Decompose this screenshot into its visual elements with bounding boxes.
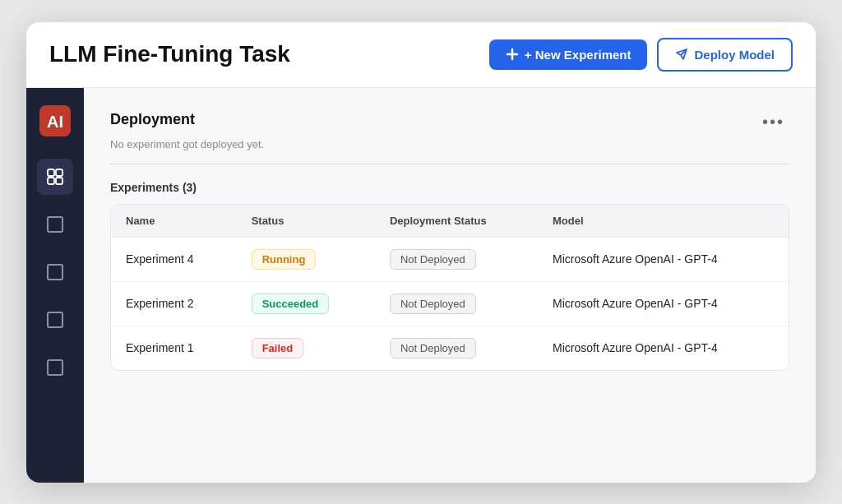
- deploy-model-button[interactable]: Deploy Model: [657, 38, 793, 72]
- app-window: LLM Fine-Tuning Task + New Experiment De…: [26, 22, 816, 483]
- cell-model: Microsoft Azure OpenAI - GPT-4: [538, 281, 789, 326]
- deploy-badge: Not Deployed: [390, 338, 476, 358]
- table-row[interactable]: Experiment 1 Failed Not Deployed Microso…: [111, 326, 789, 370]
- svg-rect-3: [56, 169, 62, 176]
- status-badge: Running: [252, 249, 317, 270]
- cell-model: Microsoft Azure OpenAI - GPT-4: [538, 237, 789, 281]
- cell-name: Experiment 4: [111, 237, 237, 281]
- logo: AI: [37, 103, 73, 139]
- ai-logo-icon: AI: [39, 105, 71, 136]
- table-head: Name Status Deployment Status Model: [111, 205, 789, 238]
- experiments-table: Name Status Deployment Status Model Expe…: [110, 204, 789, 371]
- cell-deployment-status: Not Deployed: [375, 326, 538, 370]
- col-header-name: Name: [111, 205, 237, 238]
- col-header-model: Model: [538, 205, 789, 238]
- deployment-title-group: Deployment: [110, 111, 195, 128]
- nav-square-1: [47, 216, 63, 233]
- status-badge: Failed: [252, 338, 304, 358]
- table-body: Experiment 4 Running Not Deployed Micros…: [111, 237, 789, 370]
- deploy-model-label: Deploy Model: [694, 48, 775, 62]
- col-header-status: Status: [237, 205, 375, 238]
- nav-square-3: [47, 312, 63, 328]
- cell-deployment-status: Not Deployed: [375, 281, 538, 326]
- cell-model: Microsoft Azure OpenAI - GPT-4: [538, 326, 789, 370]
- page-title: LLM Fine-Tuning Task: [49, 41, 489, 67]
- experiments-label: Experiments (3): [110, 181, 789, 194]
- more-icon: •••: [762, 113, 784, 131]
- sidebar-item-3[interactable]: [37, 302, 73, 338]
- sidebar-item-experiments[interactable]: [37, 159, 73, 195]
- deploy-badge: Not Deployed: [390, 249, 476, 270]
- header-actions: + New Experiment Deploy Model: [489, 38, 793, 72]
- cell-status: Running: [237, 237, 375, 281]
- svg-rect-2: [48, 169, 54, 176]
- nav-square-2: [47, 264, 63, 280]
- deployment-header: Deployment •••: [110, 111, 789, 133]
- divider: [110, 164, 789, 164]
- sidebar-item-4[interactable]: [37, 349, 73, 386]
- nav-square-4: [47, 359, 63, 376]
- plus-icon: [506, 48, 519, 61]
- status-badge: Succeeded: [252, 294, 330, 314]
- svg-text:AI: AI: [47, 113, 63, 131]
- table-header-row: Name Status Deployment Status Model: [111, 205, 789, 238]
- new-experiment-label: + New Experiment: [525, 48, 632, 62]
- header: LLM Fine-Tuning Task + New Experiment De…: [26, 22, 816, 88]
- cell-status: Succeeded: [237, 281, 375, 326]
- deployment-subtitle: No experiment got deployed yet.: [110, 138, 789, 150]
- table: Name Status Deployment Status Model Expe…: [111, 205, 789, 370]
- deployment-title: Deployment: [110, 111, 195, 128]
- more-options-button[interactable]: •••: [757, 111, 789, 133]
- deploy-badge: Not Deployed: [390, 294, 476, 314]
- grid-icon: [46, 168, 64, 186]
- new-experiment-button[interactable]: + New Experiment: [489, 39, 648, 70]
- sidebar-item-1[interactable]: [37, 206, 73, 243]
- cell-name: Experiment 2: [111, 281, 237, 326]
- layout: AI: [26, 88, 816, 483]
- table-row[interactable]: Experiment 2 Succeeded Not Deployed Micr…: [111, 281, 789, 326]
- cell-status: Failed: [237, 326, 375, 370]
- main-content: Deployment ••• No experiment got deploye…: [84, 88, 816, 483]
- cell-deployment-status: Not Deployed: [375, 237, 538, 281]
- send-icon: [675, 48, 688, 61]
- svg-rect-5: [56, 178, 62, 184]
- table-row[interactable]: Experiment 4 Running Not Deployed Micros…: [111, 237, 789, 281]
- col-header-deployment-status: Deployment Status: [375, 205, 538, 238]
- sidebar: AI: [26, 88, 84, 483]
- svg-rect-4: [48, 178, 54, 184]
- sidebar-item-2[interactable]: [37, 254, 73, 290]
- cell-name: Experiment 1: [111, 326, 237, 370]
